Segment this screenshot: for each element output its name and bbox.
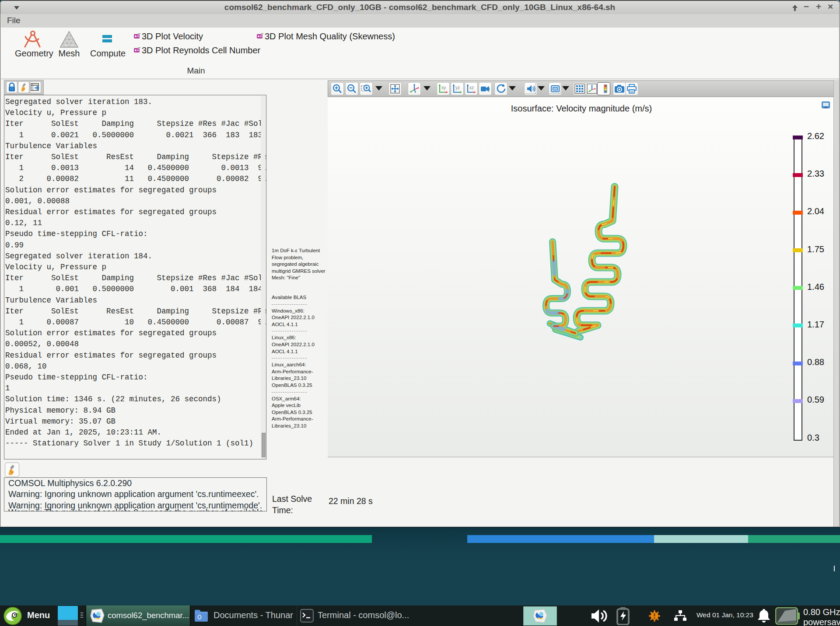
svg-text:xz: xz	[469, 85, 474, 90]
svg-text:yz: yz	[455, 85, 460, 90]
svg-text:xy: xy	[441, 85, 446, 90]
